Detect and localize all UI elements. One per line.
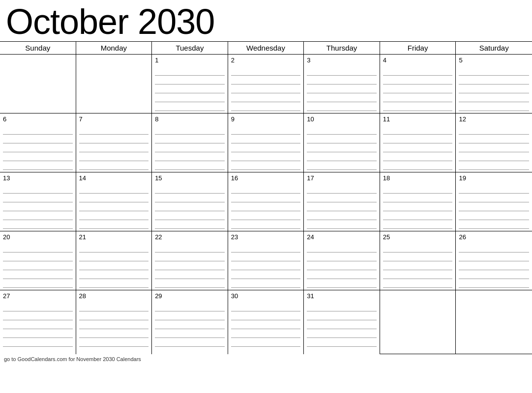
- cell-line: [307, 76, 377, 84]
- cell-line: [307, 279, 377, 288]
- calendar-cell-1[interactable]: 1: [152, 55, 228, 113]
- cell-line: [459, 194, 529, 202]
- cell-date-31: 31: [307, 292, 377, 300]
- cell-line: [3, 303, 73, 311]
- calendar-cell-3[interactable]: 3: [304, 55, 380, 113]
- cell-line: [79, 126, 149, 135]
- cell-line: [383, 194, 453, 202]
- cell-line: [459, 84, 529, 93]
- cell-line: [307, 152, 377, 161]
- cell-line: [3, 329, 73, 338]
- cell-line: [383, 93, 453, 102]
- empty-cell: [76, 55, 152, 113]
- cell-lines-29: [155, 303, 225, 347]
- calendar-cell-4[interactable]: 4: [380, 55, 456, 113]
- cell-line: [231, 211, 301, 220]
- calendar-cell-17[interactable]: 17: [304, 172, 380, 231]
- cell-lines-5: [459, 67, 529, 111]
- calendar-cell-20[interactable]: 20: [0, 231, 76, 290]
- cell-date-12: 12: [459, 115, 529, 123]
- day-header-monday: Monday: [76, 42, 152, 54]
- cell-line: [3, 126, 73, 135]
- cell-line: [155, 194, 225, 202]
- calendar-cell-31[interactable]: 31: [304, 290, 380, 354]
- calendar-cell-6[interactable]: 6: [0, 113, 76, 172]
- cell-line: [79, 338, 149, 347]
- calendar-cell-29[interactable]: 29: [152, 290, 228, 354]
- cell-lines-18: [383, 185, 453, 229]
- cell-line: [231, 185, 301, 194]
- cell-line: [459, 261, 529, 270]
- cell-line: [459, 202, 529, 211]
- cell-line: [231, 67, 301, 76]
- calendar-cell-23[interactable]: 23: [228, 231, 304, 290]
- cell-line: [307, 143, 377, 152]
- cell-line: [155, 329, 225, 338]
- cell-lines-16: [231, 185, 301, 229]
- calendar-cell-12[interactable]: 12: [456, 113, 532, 172]
- calendar-cell-14[interactable]: 14: [76, 172, 152, 231]
- cell-line: [155, 102, 225, 111]
- cell-line: [231, 261, 301, 270]
- cell-line: [459, 253, 529, 261]
- calendar-cell-26[interactable]: 26: [456, 231, 532, 290]
- cell-line: [307, 67, 377, 76]
- calendar-cell-16[interactable]: 16: [228, 172, 304, 231]
- cell-lines-9: [231, 126, 301, 170]
- cell-lines-2: [231, 67, 301, 111]
- cell-line: [3, 220, 73, 229]
- cell-line: [155, 338, 225, 347]
- cell-line: [155, 84, 225, 93]
- cell-line: [383, 152, 453, 161]
- calendar-cell-11[interactable]: 11: [380, 113, 456, 172]
- calendar-cell-5[interactable]: 5: [456, 55, 532, 113]
- cell-line: [3, 143, 73, 152]
- cell-line: [155, 67, 225, 76]
- cell-lines-13: [3, 185, 73, 229]
- cell-line: [155, 185, 225, 194]
- calendar-cell-2[interactable]: 2: [228, 55, 304, 113]
- empty-cell: [380, 290, 456, 354]
- calendar-cell-30[interactable]: 30: [228, 290, 304, 354]
- cell-line: [307, 261, 377, 270]
- calendar-cell-15[interactable]: 15: [152, 172, 228, 231]
- cell-line: [231, 135, 301, 143]
- cell-line: [383, 102, 453, 111]
- day-headers: SundayMondayTuesdayWednesdayThursdayFrid…: [0, 42, 532, 55]
- cell-line: [459, 93, 529, 102]
- calendar-container: SundayMondayTuesdayWednesdayThursdayFrid…: [0, 41, 532, 354]
- cell-line: [383, 126, 453, 135]
- cell-line: [3, 244, 73, 253]
- calendar-cell-19[interactable]: 19: [456, 172, 532, 231]
- cell-line: [307, 161, 377, 170]
- cell-lines-11: [383, 126, 453, 170]
- cell-lines-1: [155, 67, 225, 111]
- cell-line: [231, 311, 301, 320]
- cell-line: [459, 220, 529, 229]
- calendar-grid: 1234567891011121314151617181920212223242…: [0, 55, 532, 354]
- calendar-cell-13[interactable]: 13: [0, 172, 76, 231]
- calendar-cell-22[interactable]: 22: [152, 231, 228, 290]
- cell-date-11: 11: [383, 115, 453, 123]
- calendar-cell-18[interactable]: 18: [380, 172, 456, 231]
- calendar-cell-8[interactable]: 8: [152, 113, 228, 172]
- calendar-cell-7[interactable]: 7: [76, 113, 152, 172]
- calendar-cell-24[interactable]: 24: [304, 231, 380, 290]
- cell-line: [307, 320, 377, 329]
- calendar-cell-9[interactable]: 9: [228, 113, 304, 172]
- calendar-cell-21[interactable]: 21: [76, 231, 152, 290]
- cell-line: [383, 220, 453, 229]
- calendar-cell-27[interactable]: 27: [0, 290, 76, 354]
- cell-line: [231, 93, 301, 102]
- calendar-cell-10[interactable]: 10: [304, 113, 380, 172]
- cell-line: [383, 185, 453, 194]
- cell-line: [231, 279, 301, 288]
- cell-line: [459, 161, 529, 170]
- cell-line: [307, 311, 377, 320]
- cell-line: [155, 202, 225, 211]
- cell-line: [155, 93, 225, 102]
- calendar-cell-25[interactable]: 25: [380, 231, 456, 290]
- cell-line: [383, 161, 453, 170]
- calendar-cell-28[interactable]: 28: [76, 290, 152, 354]
- cell-line: [231, 102, 301, 111]
